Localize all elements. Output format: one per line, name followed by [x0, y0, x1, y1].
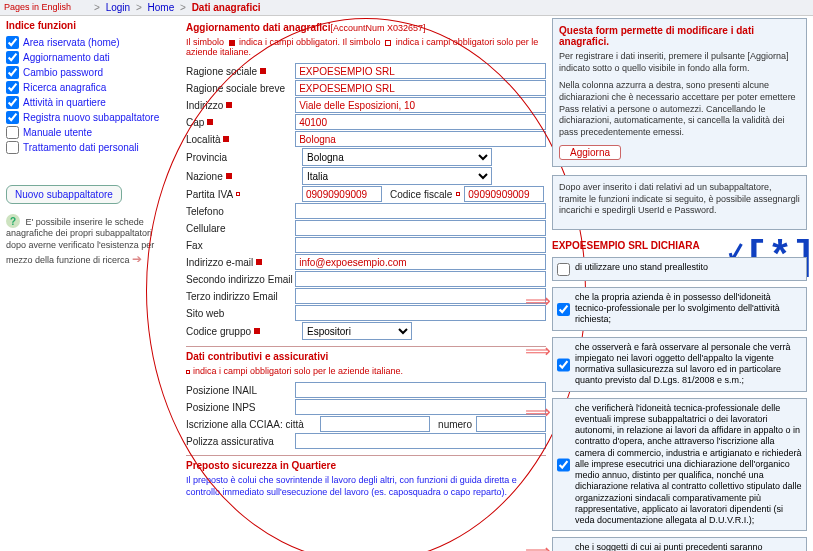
form-title: Aggiornamento dati anagrafici[AccountNum…: [186, 22, 546, 33]
section3-desc: Il preposto è colui che sovrintende il l…: [186, 475, 546, 498]
info-p3: Dopo aver inserito i dati relativi ad un…: [559, 182, 800, 217]
ragione-input[interactable]: [295, 63, 546, 79]
sidebar-check[interactable]: [6, 51, 19, 64]
label-ragione-breve: Ragione sociale breve: [186, 83, 285, 94]
cellulare-input[interactable]: [295, 220, 546, 236]
sidebar-item[interactable]: Cambio password: [6, 65, 174, 80]
label-inps: Posizione INPS: [186, 402, 255, 413]
sidebar-item[interactable]: Manuale utente: [6, 125, 174, 140]
label-inail: Posizione INAIL: [186, 385, 257, 396]
info-box-title: Questa form permette di modificare i dat…: [559, 25, 800, 47]
piva-input[interactable]: [302, 186, 382, 202]
sidebar-check[interactable]: [6, 66, 19, 79]
sidebar-check[interactable]: [6, 111, 19, 124]
sidebar-check[interactable]: [6, 81, 19, 94]
declare-item: ⟹che i soggetti di cui ai punti preceden…: [552, 537, 807, 551]
sidebar-item[interactable]: Ricerca anagrafica: [6, 80, 174, 95]
label-codgruppo: Codice gruppo: [186, 326, 251, 337]
declare-title: EXPOESEMPIO SRL DICHIARA: [552, 240, 807, 251]
sidebar-check[interactable]: [6, 96, 19, 109]
declare-checkbox[interactable]: [557, 263, 570, 276]
cfisc-input[interactable]: [464, 186, 544, 202]
label-ragione: Ragione sociale: [186, 66, 257, 77]
cciaa-citta-input[interactable]: [320, 416, 430, 432]
help-icon: ?: [6, 214, 20, 228]
cap-input[interactable]: [295, 114, 546, 130]
sidebar-item-label: Attività in quartiere: [23, 97, 106, 108]
section2-title: Dati contributivi e assicurativi: [186, 351, 546, 362]
sidebar-item[interactable]: Area riservata (home): [6, 35, 174, 50]
email-input[interactable]: [295, 254, 546, 270]
section2-hint: indica i campi obbligatori solo per le a…: [186, 366, 546, 376]
info-p2: Nella colonna azzurra a destra, sono pre…: [559, 80, 800, 138]
indirizzo-input[interactable]: [295, 97, 546, 113]
nazione-select[interactable]: Italia: [302, 167, 492, 185]
breadcrumb-login[interactable]: Login: [106, 2, 130, 13]
label-localita: Località: [186, 134, 220, 145]
inail-input[interactable]: [295, 382, 546, 398]
localita-input[interactable]: [295, 131, 546, 147]
declare-text: che i soggetti di cui ai punti precedent…: [575, 542, 802, 551]
label-fax: Fax: [186, 240, 203, 251]
arrow-annotation-icon: ⟹: [525, 540, 551, 551]
declare-checkbox[interactable]: [557, 404, 570, 527]
arrow-annotation-icon: ⟹: [525, 340, 551, 363]
email2-input[interactable]: [295, 271, 546, 287]
sidebar-item-label: Aggiornamento dati: [23, 52, 110, 63]
declare-text: che osserverà e farà osservare al person…: [575, 342, 802, 387]
info-box-top: Questa form permette di modificare i dat…: [552, 18, 807, 167]
label-provincia: Provincia: [186, 152, 227, 163]
declare-checkbox[interactable]: [557, 293, 570, 326]
arrow-icon: ➔: [132, 252, 142, 266]
sidebar-menu: Area riservata (home) Aggiornamento dati…: [6, 35, 174, 155]
label-indirizzo: Indirizzo: [186, 100, 223, 111]
sitoweb-input[interactable]: [295, 305, 546, 321]
sidebar-check[interactable]: [6, 126, 19, 139]
label-polizza: Polizza assicurativa: [186, 436, 274, 447]
sidebar-item-label: Ricerca anagrafica: [23, 82, 106, 93]
pages-label: Pages in English: [4, 2, 71, 13]
sidebar-check[interactable]: [6, 141, 19, 154]
required-hint: Il simbolo indica i campi obbligatori. I…: [186, 37, 546, 57]
sidebar-item[interactable]: Registra nuovo subappaltatore: [6, 110, 174, 125]
sidebar-item[interactable]: Aggiornamento dati: [6, 50, 174, 65]
ragione-breve-input[interactable]: [295, 80, 546, 96]
label-cellulare: Cellulare: [186, 223, 225, 234]
sidebar-item-label: Cambio password: [23, 67, 103, 78]
breadcrumb: > Login > Home > Dati anagrafici: [91, 2, 261, 13]
label-email3: Terzo indirizzo Email: [186, 291, 278, 302]
inps-input[interactable]: [295, 399, 546, 415]
codgruppo-select[interactable]: Espositori: [302, 322, 412, 340]
sidebar-item-label: Area riservata (home): [23, 37, 120, 48]
declare-text: che verificherà l'idoneità tecnica-profe…: [575, 403, 802, 527]
telefono-input[interactable]: [295, 203, 546, 219]
declare-item: di utilizzare uno stand preallestito: [552, 257, 807, 281]
declare-item: ⟹che osserverà e farà osservare al perso…: [552, 337, 807, 392]
sidebar-check[interactable]: [6, 36, 19, 49]
breadcrumb-current: Dati anagrafici: [192, 2, 261, 13]
label-cciaa: Iscrizione alla CCIAA: città: [186, 419, 304, 430]
declare-item: ⟹che la propria azienda è in possesso de…: [552, 287, 807, 331]
declare-checkbox[interactable]: [557, 343, 570, 387]
new-subappaltatore-button[interactable]: Nuovo subappaltatore: [6, 185, 122, 204]
sidebar-tip: ? E' possibile inserire le schede anagra…: [6, 214, 174, 267]
info-box-second: Dopo aver inserito i dati relativi ad un…: [552, 175, 807, 230]
section3-title: Preposto sicurezza in Quartiere: [186, 460, 546, 471]
info-p1: Per registrare i dati inseriti, premere …: [559, 51, 800, 74]
aggiorna-button[interactable]: Aggiorna: [559, 145, 621, 160]
breadcrumb-home[interactable]: Home: [148, 2, 175, 13]
label-sitoweb: Sito web: [186, 308, 224, 319]
sidebar-item[interactable]: Trattamento dati personali: [6, 140, 174, 155]
fax-input[interactable]: [295, 237, 546, 253]
declare-checkbox[interactable]: [557, 543, 570, 551]
label-nazione: Nazione: [186, 171, 223, 182]
sidebar-item[interactable]: Attività in quartiere: [6, 95, 174, 110]
declare-text: di utilizzare uno stand preallestito: [575, 262, 708, 276]
label-piva: Partita IVA: [186, 189, 233, 200]
sidebar-title: Indice funzioni: [6, 20, 174, 31]
polizza-input[interactable]: [295, 433, 546, 449]
label-cfisc: Codice fiscale: [390, 189, 452, 200]
email3-input[interactable]: [295, 288, 546, 304]
provincia-select[interactable]: Bologna: [302, 148, 492, 166]
label-telefono: Telefono: [186, 206, 224, 217]
